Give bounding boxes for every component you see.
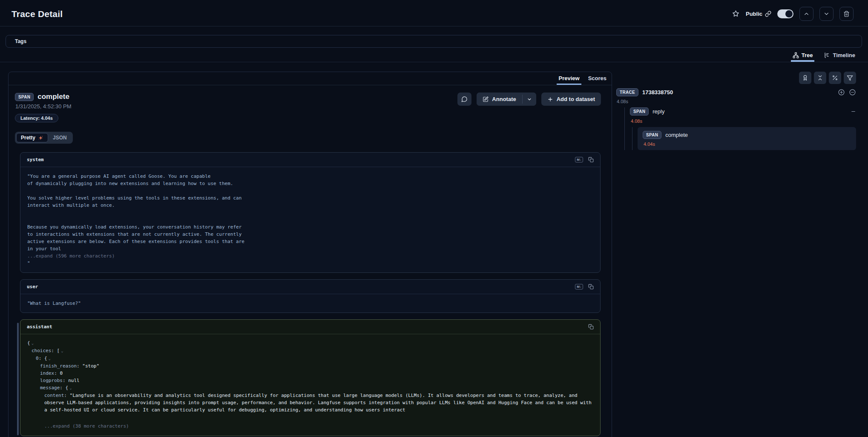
- collapse-all-button[interactable]: [814, 72, 826, 84]
- previous-trace-button[interactable]: [799, 7, 813, 21]
- tab-tree-label: Tree: [802, 52, 813, 58]
- markdown-icon[interactable]: M↓: [575, 284, 583, 289]
- reply-children: SPAN complete 4.04s: [632, 127, 856, 150]
- tab-scores[interactable]: Scores: [584, 72, 611, 85]
- json-sep: :: [63, 378, 68, 383]
- chevron-down-icon: [823, 11, 830, 17]
- format-pretty-segment[interactable]: Pretty: [16, 133, 48, 142]
- collapse-all-icon[interactable]: [849, 89, 856, 96]
- annotate-dropdown-button[interactable]: [523, 93, 536, 106]
- expand-link[interactable]: ...expand (38 more characters): [44, 423, 129, 429]
- annotations-toggle-button[interactable]: [799, 72, 811, 84]
- metrics-toggle-button[interactable]: [829, 72, 841, 84]
- json-row: index: 0: [27, 370, 593, 377]
- top-bar: Trace Detail Public: [0, 0, 868, 26]
- span-type-badge: SPAN: [643, 131, 661, 139]
- span-header-actions: Annotate Add to dataset: [457, 93, 601, 106]
- json-value: "stop": [82, 363, 99, 369]
- timeline-icon: [824, 52, 830, 58]
- tags-label: Tags: [15, 38, 26, 44]
- scrollbar-thumb[interactable]: [17, 323, 19, 435]
- collapse-node-icon[interactable]: ⌄: [32, 341, 34, 345]
- star-icon: [732, 10, 740, 18]
- messages-list: system M↓ "You are a general purpose AI …: [9, 144, 612, 437]
- span-header-left: SPAN complete 1/31/2025, 4:52:30 PM Late…: [15, 93, 72, 122]
- comment-icon: [461, 96, 468, 102]
- trace-detail-page: { "header": {"title": "Trace Detail", "p…: [0, 0, 868, 437]
- award-icon: [802, 75, 808, 81]
- tab-preview[interactable]: Preview: [554, 72, 583, 85]
- filter-button[interactable]: [844, 72, 856, 84]
- tree-node-trace[interactable]: TRACE 1738338750: [616, 88, 856, 96]
- page-title: Trace Detail: [11, 9, 63, 19]
- json-key: content: [44, 393, 64, 398]
- add-to-dataset-button[interactable]: Add to dataset: [541, 93, 601, 106]
- json-key: logprobs: [40, 378, 63, 383]
- json-row: message: {⌄: [27, 384, 593, 392]
- trace-duration: 4.08s: [617, 99, 856, 104]
- collapse-node-icon[interactable]: ⌄: [69, 386, 72, 390]
- tree-node-complete-selected[interactable]: SPAN complete 4.04s: [638, 127, 856, 150]
- message-assistant-header: assistant: [20, 320, 600, 334]
- span-duration: 4.04s: [644, 142, 851, 147]
- json-value: null: [68, 378, 80, 383]
- json-punct: {: [27, 340, 30, 346]
- collapse-node-icon[interactable]: ⌄: [61, 349, 63, 353]
- span-duration: 4.08s: [631, 119, 856, 124]
- tree-node-reply[interactable]: SPAN reply: [630, 107, 856, 116]
- message-user-content: "What is Langfuse?": [20, 294, 600, 313]
- annotate-button[interactable]: Annotate: [477, 93, 522, 106]
- collapse-node-icon[interactable]: ⌄: [49, 356, 51, 361]
- comment-button[interactable]: [457, 93, 471, 106]
- copy-icon[interactable]: [588, 157, 594, 162]
- span-header: SPAN complete 1/31/2025, 4:52:30 PM Late…: [9, 85, 612, 122]
- tab-tree[interactable]: Tree: [793, 52, 813, 62]
- bookmark-star-button[interactable]: [732, 10, 740, 18]
- expand-link[interactable]: ...expand (596 more characters): [27, 253, 115, 259]
- public-share-control[interactable]: Public: [746, 11, 771, 17]
- span-name: complete: [37, 93, 69, 101]
- span-timestamp: 1/31/2025, 4:52:30 PM: [15, 103, 72, 110]
- message-system-header: system M↓: [20, 153, 600, 167]
- format-toggle: Pretty JSON: [15, 132, 73, 144]
- chevron-down-icon: [527, 97, 532, 102]
- role-label: user: [27, 284, 38, 289]
- copy-icon[interactable]: [588, 324, 594, 330]
- message-system: system M↓ "You are a general purpose AI …: [20, 152, 601, 273]
- json-row: content: "Langfuse is an observability a…: [27, 392, 593, 414]
- json-sep: :: [60, 385, 65, 391]
- tree-icon: [793, 52, 799, 58]
- message-system-content: "You are a general purpose AI agent call…: [20, 167, 600, 272]
- public-toggle[interactable]: [777, 9, 793, 18]
- span-type-badge: SPAN: [15, 93, 34, 101]
- span-name: reply: [652, 108, 664, 115]
- tab-timeline[interactable]: Timeline: [824, 52, 855, 62]
- collapse-node-button[interactable]: [851, 109, 856, 114]
- copy-icon[interactable]: [588, 284, 594, 289]
- header-divider: [0, 26, 868, 26]
- add-to-dataset-label: Add to dataset: [557, 96, 595, 102]
- format-json-segment[interactable]: JSON: [48, 133, 72, 142]
- tree-controls: [616, 72, 856, 84]
- delete-trace-button[interactable]: [839, 7, 854, 21]
- json-row: finish_reason: "stop": [27, 362, 593, 370]
- json-sep: :: [39, 356, 44, 361]
- message-user: user M↓ "What is Langfuse?": [20, 279, 601, 313]
- json-sep: :: [64, 393, 69, 398]
- toggle-knob: [785, 10, 793, 17]
- next-trace-button[interactable]: [819, 7, 834, 21]
- closing-quote: ": [27, 260, 30, 266]
- public-label: Public: [746, 11, 762, 17]
- tab-scores-label: Scores: [588, 75, 606, 81]
- expand-all-icon[interactable]: [838, 89, 845, 96]
- trace-children: SPAN reply 4.08s SPAN complete 4.04s: [624, 107, 856, 150]
- role-label: assistant: [27, 324, 52, 330]
- message-user-header: user M↓: [20, 280, 600, 294]
- json-value: "Langfuse is an observability and analyt…: [44, 393, 592, 413]
- sparkles-icon: [38, 135, 43, 141]
- json-sep: :: [77, 363, 82, 369]
- json-sep: :: [54, 370, 60, 376]
- markdown-icon[interactable]: M↓: [575, 157, 583, 162]
- percent-icon: [832, 75, 838, 81]
- tags-bar[interactable]: Tags: [6, 35, 862, 48]
